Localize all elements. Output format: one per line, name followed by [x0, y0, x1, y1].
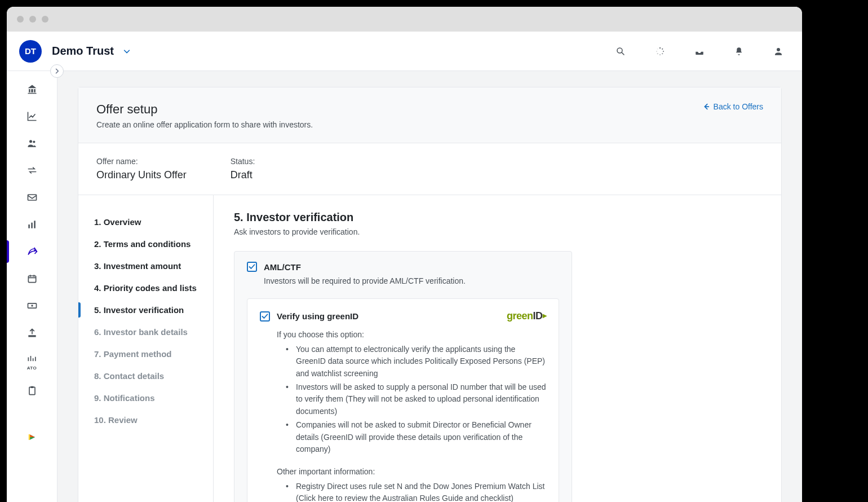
bell-icon[interactable] — [733, 46, 745, 57]
step-investor-verification[interactable]: 5. Investor verification — [78, 299, 213, 321]
chevron-down-icon — [123, 47, 131, 55]
svg-point-0 — [617, 48, 622, 53]
aml-desc: Investors will be required to provide AM… — [264, 275, 559, 287]
app-window: DT Demo Trust — [7, 7, 802, 502]
greenid-bullet-3: Companies will not be asked to submit Di… — [289, 419, 546, 456]
app-logo-icon[interactable] — [25, 430, 39, 444]
greenid-badge-icon: ▸ — [543, 311, 547, 320]
window-close-dot[interactable] — [17, 16, 24, 23]
step-contact-details[interactable]: 8. Contact details — [78, 365, 213, 387]
check-icon — [262, 314, 268, 319]
svg-point-2 — [659, 47, 661, 48]
svg-rect-21 — [30, 356, 31, 361]
svg-rect-22 — [32, 358, 33, 361]
svg-point-10 — [777, 48, 780, 51]
page-subtitle: Create an online offer application form … — [96, 120, 313, 129]
topbar-actions — [615, 46, 784, 57]
offer-meta: Offer name: Ordinary Units Offer Status:… — [78, 143, 781, 195]
page-card: Offer setup Create an online offer appli… — [78, 87, 782, 502]
icon-rail: ATO — [7, 71, 57, 502]
page-header: Offer setup Create an online offer appli… — [78, 87, 781, 143]
svg-point-11 — [29, 140, 32, 143]
workspace-switcher[interactable]: Demo Trust — [52, 45, 131, 58]
svg-rect-20 — [28, 358, 29, 362]
offer-status-value: Draft — [231, 169, 255, 181]
section-title: 5. Investor verification — [234, 211, 760, 224]
topbar: DT Demo Trust — [7, 32, 802, 71]
svg-rect-23 — [35, 357, 36, 362]
svg-rect-14 — [28, 224, 30, 228]
workspace-avatar[interactable]: DT — [19, 40, 42, 63]
rail-expand-button[interactable] — [50, 64, 64, 78]
nav-offers-icon[interactable] — [25, 245, 39, 258]
svg-point-7 — [657, 53, 658, 54]
step-investment-amount[interactable]: 3. Investment amount — [78, 255, 213, 277]
greenid-card: Verify using greenID greenID▸ If you cho… — [247, 298, 559, 502]
nav-clipboard-icon[interactable] — [25, 384, 39, 398]
back-to-offers-label: Back to Offers — [714, 102, 763, 111]
step-priority-codes[interactable]: 4. Priority codes and lists — [78, 277, 213, 299]
svg-point-9 — [657, 48, 658, 49]
offer-status-label: Status: — [231, 157, 255, 166]
window-titlebar — [7, 7, 802, 32]
nav-ato-icon[interactable]: ATO — [25, 353, 39, 371]
aml-title: AML/CTF — [264, 262, 301, 272]
check-icon — [249, 264, 255, 270]
user-icon[interactable] — [773, 46, 784, 57]
nav-calendar-icon[interactable] — [25, 272, 39, 285]
offer-status-block: Status: Draft — [231, 157, 255, 181]
step-body: 5. Investor verification Ask investors t… — [214, 195, 781, 502]
step-review[interactable]: 10. Review — [78, 409, 213, 431]
search-icon[interactable] — [615, 46, 626, 57]
greenid-other-1: Registry Direct uses rule set N and the … — [289, 481, 546, 502]
greenid-logo-green: green — [507, 310, 533, 322]
aml-option-card: AML/CTF Investors will be required to pr… — [234, 251, 572, 502]
loading-icon[interactable] — [654, 46, 666, 57]
workspace-name: Demo Trust — [52, 45, 114, 58]
aml-checkbox[interactable] — [247, 262, 257, 272]
nav-mail-icon[interactable] — [25, 191, 39, 204]
nav-transfers-icon[interactable] — [25, 164, 39, 177]
window-min-dot[interactable] — [29, 16, 36, 23]
step-terms[interactable]: 2. Terms and conditions — [78, 233, 213, 255]
nav-chart-icon[interactable] — [25, 109, 39, 123]
nav-reports-icon[interactable] — [25, 218, 39, 231]
greenid-logo: greenID▸ — [507, 310, 546, 322]
arrow-left-icon — [702, 103, 710, 111]
svg-rect-17 — [28, 276, 36, 283]
page-title: Offer setup — [96, 102, 313, 117]
offer-name-label: Offer name: — [96, 157, 187, 166]
inbox-icon[interactable] — [694, 46, 705, 57]
main-content: Offer setup Create an online offer appli… — [57, 71, 802, 502]
greenid-bullet-1: You can attempt to electronically verify… — [289, 344, 546, 380]
greenid-title: Verify using greenID — [277, 311, 358, 321]
step-bank-details[interactable]: 6. Investor bank details — [78, 321, 213, 343]
svg-point-3 — [662, 48, 663, 49]
svg-point-12 — [33, 140, 35, 143]
svg-rect-25 — [30, 386, 33, 388]
svg-point-5 — [662, 53, 663, 54]
svg-line-1 — [622, 52, 624, 55]
nav-bank-icon[interactable] — [25, 82, 39, 96]
content-row: 1. Overview 2. Terms and conditions 3. I… — [78, 195, 781, 502]
svg-point-19 — [31, 305, 33, 306]
greenid-logo-id: ID — [533, 310, 543, 322]
window-max-dot[interactable] — [42, 16, 48, 23]
step-payment-method[interactable]: 7. Payment method — [78, 343, 213, 365]
greenid-intro: If you choose this option: — [277, 329, 546, 341]
step-overview[interactable]: 1. Overview — [78, 211, 213, 233]
svg-rect-13 — [28, 195, 36, 200]
svg-rect-15 — [31, 223, 33, 228]
greenid-bullet-2: Investors will be asked to supply a pers… — [289, 381, 546, 418]
svg-point-6 — [659, 54, 661, 55]
greenid-checkbox[interactable] — [260, 311, 270, 322]
svg-point-8 — [656, 50, 657, 51]
step-notifications[interactable]: 9. Notifications — [78, 387, 213, 409]
section-subtitle: Ask investors to provide verification. — [234, 227, 760, 236]
step-nav: 1. Overview 2. Terms and conditions 3. I… — [78, 195, 214, 502]
nav-payments-icon[interactable] — [25, 299, 39, 312]
nav-upload-icon[interactable] — [25, 326, 39, 340]
back-to-offers-link[interactable]: Back to Offers — [702, 102, 763, 111]
nav-users-icon[interactable] — [25, 136, 39, 150]
svg-rect-16 — [34, 221, 36, 228]
